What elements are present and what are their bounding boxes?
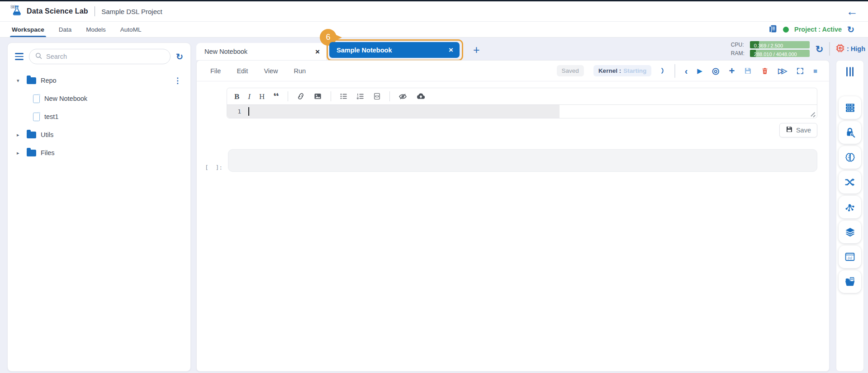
search-box[interactable] bbox=[29, 49, 171, 64]
folder-icon bbox=[27, 77, 36, 84]
close-icon[interactable]: × bbox=[315, 48, 320, 56]
tree-folder-files[interactable]: ▸ Files bbox=[8, 144, 190, 162]
editor-resize-handle[interactable] bbox=[810, 112, 815, 117]
cell-prompt: [ ]: bbox=[205, 164, 223, 172]
theme-moon-icon[interactable] bbox=[661, 67, 665, 74]
cpu-progress-bar: 0.369 / 2.500 bbox=[750, 41, 810, 48]
kernel-state: Starting bbox=[623, 67, 646, 74]
stop-kernel-icon[interactable]: ■ bbox=[813, 67, 817, 74]
ram-value: 288.010 / 4048.000 bbox=[750, 52, 797, 57]
resource-refresh-icon[interactable]: ↻ bbox=[816, 44, 824, 54]
rail-grip-icon[interactable] bbox=[846, 67, 854, 76]
code-editor-line[interactable]: 1 bbox=[227, 104, 817, 118]
divider bbox=[288, 91, 288, 101]
save-row: Save bbox=[197, 123, 817, 137]
cell-editor: B I H “ bbox=[227, 88, 817, 118]
image-icon[interactable] bbox=[313, 92, 322, 100]
bullet-list-icon[interactable] bbox=[340, 92, 348, 100]
add-cell-icon[interactable]: + bbox=[729, 66, 735, 76]
tree-label: Repo bbox=[41, 77, 57, 84]
datasets-server-icon[interactable] bbox=[839, 96, 861, 119]
save-button-label: Save bbox=[796, 127, 811, 134]
variables-window-icon[interactable]: (x) bbox=[839, 246, 861, 268]
line-number: 1 bbox=[227, 105, 245, 118]
shuffle-icon[interactable] bbox=[839, 171, 861, 194]
primary-nav: Workspace Data Models AutoML Project : A… bbox=[0, 22, 868, 38]
project-name: Sample DSL Project bbox=[101, 8, 162, 15]
tree-label: Utils bbox=[41, 131, 53, 138]
menu-edit[interactable]: Edit bbox=[237, 67, 248, 75]
folder-icon bbox=[27, 132, 36, 138]
cpu-label: CPU: bbox=[731, 42, 747, 48]
secrets-lock-icon[interactable] bbox=[839, 121, 861, 144]
cpu-value: 0.369 / 2.500 bbox=[750, 43, 783, 48]
fullscreen-icon[interactable] bbox=[797, 67, 804, 75]
notebook-panel: File Edit View Run Saved Kernel : Starti… bbox=[196, 60, 830, 372]
code-line-content[interactable] bbox=[245, 105, 817, 118]
menu-view[interactable]: View bbox=[264, 67, 278, 75]
priority-label: : High bbox=[847, 45, 865, 52]
caret-right-icon[interactable]: ▸ bbox=[17, 132, 22, 138]
project-logs-icon[interactable] bbox=[768, 24, 778, 35]
caret-right-icon[interactable]: ▸ bbox=[17, 150, 22, 156]
header: Data Science Lab Sample DSL Project ← bbox=[0, 1, 868, 22]
file-browser-folder-icon[interactable] bbox=[839, 270, 861, 293]
project-refresh-icon[interactable]: ↻ bbox=[847, 25, 854, 34]
nav-tab-workspace[interactable]: Workspace bbox=[12, 22, 44, 37]
tree-file-test1[interactable]: test1 bbox=[8, 108, 190, 126]
save-button[interactable]: Save bbox=[779, 123, 817, 137]
preview-eye-off-icon[interactable] bbox=[398, 92, 407, 101]
cpu-chip-icon bbox=[836, 44, 844, 54]
file-sidebar: ↻ ▾ Repo ⋮ New Notebook test1 ▸ Utils bbox=[7, 42, 191, 372]
numbered-list-icon[interactable] bbox=[356, 92, 365, 100]
collapse-left-icon[interactable]: ‹ bbox=[685, 66, 688, 76]
menu-file[interactable]: File bbox=[210, 67, 221, 75]
menu-run[interactable]: Run bbox=[294, 67, 306, 75]
cpu-row: CPU: 0.369 / 2.500 bbox=[731, 41, 810, 48]
tree-folder-repo[interactable]: ▾ Repo ⋮ bbox=[8, 71, 190, 90]
search-input[interactable] bbox=[46, 53, 165, 60]
run-all-fast-forward-icon[interactable]: ▷▷ bbox=[778, 67, 787, 75]
notebook-tab-sample-notebook[interactable]: Sample Notebook × bbox=[329, 42, 460, 58]
ai-brain-icon[interactable] bbox=[839, 146, 861, 169]
layers-icon[interactable] bbox=[839, 221, 861, 243]
link-icon[interactable] bbox=[297, 92, 305, 100]
bold-icon[interactable]: B bbox=[234, 93, 239, 100]
tree-file-new-notebook[interactable]: New Notebook bbox=[8, 90, 190, 108]
resource-monitor: CPU: 0.369 / 2.500 RAM: 288.010 / 4048.0… bbox=[731, 40, 865, 58]
app-window: Data Science Lab Sample DSL Project ← Wo… bbox=[0, 0, 868, 373]
code-document-icon[interactable] bbox=[373, 92, 381, 100]
floppy-disk-icon bbox=[786, 126, 793, 135]
divider bbox=[331, 91, 331, 101]
cloud-upload-icon[interactable] bbox=[416, 92, 426, 101]
menubar-right-cluster: Saved Kernel : Starting ‹ ▶ ◎ + bbox=[557, 64, 817, 78]
close-icon[interactable]: × bbox=[449, 46, 453, 54]
blockquote-icon[interactable]: “ bbox=[273, 93, 279, 99]
nav-tab-automl[interactable]: AutoML bbox=[120, 22, 142, 37]
caret-down-icon[interactable]: ▾ bbox=[17, 78, 22, 84]
kebab-menu-icon[interactable]: ⋮ bbox=[174, 76, 181, 85]
save-notebook-icon[interactable] bbox=[744, 67, 752, 75]
saved-status: Saved bbox=[557, 65, 584, 76]
tree-folder-utils[interactable]: ▸ Utils bbox=[8, 126, 190, 144]
tree-refresh-icon[interactable]: ↻ bbox=[176, 52, 183, 61]
network-graph-icon[interactable] bbox=[839, 196, 861, 218]
hamburger-menu-icon[interactable] bbox=[15, 53, 24, 60]
heading-icon[interactable]: H bbox=[259, 93, 265, 100]
add-tab-icon[interactable]: + bbox=[473, 44, 480, 56]
kernel-target-icon[interactable]: ◎ bbox=[712, 66, 720, 75]
nav-tab-models[interactable]: Models bbox=[86, 22, 106, 37]
italic-icon[interactable]: I bbox=[248, 93, 251, 100]
nav-right-cluster: Project : Active ↻ bbox=[768, 24, 856, 35]
ram-progress-bar: 288.010 / 4048.000 bbox=[750, 50, 810, 57]
annotation-highlight-ring: 6 Sample Notebook × bbox=[327, 39, 463, 61]
empty-cell-input[interactable] bbox=[228, 149, 817, 172]
back-arrow-icon[interactable]: ← bbox=[846, 5, 858, 17]
nav-tab-data[interactable]: Data bbox=[59, 22, 72, 37]
empty-cell-row: [ ]: bbox=[205, 149, 817, 172]
file-icon bbox=[33, 113, 40, 121]
delete-cell-trash-icon[interactable] bbox=[761, 67, 768, 75]
run-cell-icon[interactable]: ▶ bbox=[697, 67, 702, 74]
notebook-menubar: File Edit View Run Saved Kernel : Starti… bbox=[197, 61, 829, 81]
notebook-tab-new-notebook[interactable]: New Notebook × bbox=[196, 43, 326, 60]
